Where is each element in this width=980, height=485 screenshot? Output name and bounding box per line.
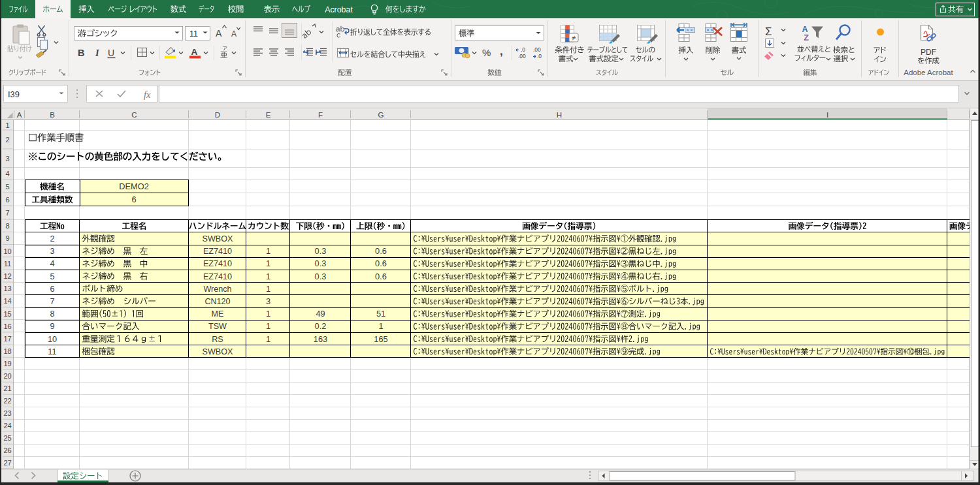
svg-text:G: G xyxy=(378,111,384,119)
svg-text:F: F xyxy=(318,111,323,119)
svg-text:12: 12 xyxy=(3,272,11,280)
svg-text:EZ7410: EZ7410 xyxy=(203,272,232,281)
svg-text:≠: ≠ xyxy=(572,34,576,42)
svg-text:0.3: 0.3 xyxy=(315,272,327,281)
svg-text:H: H xyxy=(557,111,562,119)
svg-text:6: 6 xyxy=(50,284,54,294)
svg-text:RS: RS xyxy=(212,335,223,344)
svg-text:20: 20 xyxy=(3,372,11,380)
svg-text:9: 9 xyxy=(5,234,9,242)
svg-text:A: A xyxy=(191,47,198,57)
svg-text:DEMO2: DEMO2 xyxy=(119,181,149,191)
svg-text:ME: ME xyxy=(212,309,224,319)
svg-text:8: 8 xyxy=(5,222,9,230)
svg-text:1: 1 xyxy=(266,258,270,268)
svg-text:2: 2 xyxy=(5,136,9,144)
svg-text:EZ7410: EZ7410 xyxy=(203,247,232,256)
svg-text:16: 16 xyxy=(3,322,11,330)
svg-text:165: 165 xyxy=(374,334,387,344)
svg-text:15: 15 xyxy=(3,310,11,318)
svg-text:.00: .00 xyxy=(533,46,541,53)
svg-text:E: E xyxy=(266,111,271,119)
svg-text:0.6: 0.6 xyxy=(375,272,387,281)
svg-text:19: 19 xyxy=(3,360,11,368)
svg-text:0.3: 0.3 xyxy=(315,258,327,268)
svg-text:18: 18 xyxy=(3,347,11,355)
svg-text:I39: I39 xyxy=(8,89,20,99)
svg-text:4: 4 xyxy=(5,170,9,178)
svg-text:1: 1 xyxy=(266,309,270,319)
svg-text:3: 3 xyxy=(266,296,270,306)
svg-text:1: 1 xyxy=(266,321,270,331)
svg-text:7: 7 xyxy=(50,296,54,306)
svg-text:10: 10 xyxy=(3,247,11,255)
svg-text:A: A xyxy=(17,111,22,119)
svg-text:1: 1 xyxy=(5,121,9,129)
svg-text:Z: Z xyxy=(804,33,809,42)
svg-text:11: 11 xyxy=(48,347,56,356)
svg-text:CN120: CN120 xyxy=(204,297,230,306)
svg-text:21: 21 xyxy=(3,384,11,392)
svg-text:TSW: TSW xyxy=(208,322,227,331)
svg-text:D: D xyxy=(215,111,220,119)
svg-text:PDF: PDF xyxy=(921,48,936,57)
svg-text:5: 5 xyxy=(5,183,9,191)
svg-text:10: 10 xyxy=(48,334,57,344)
svg-text:0.6: 0.6 xyxy=(375,246,387,256)
svg-text:8: 8 xyxy=(50,309,54,319)
svg-text:U: U xyxy=(108,48,114,58)
svg-text:9: 9 xyxy=(50,321,54,331)
svg-text:27: 27 xyxy=(3,459,11,467)
svg-text:25: 25 xyxy=(3,434,11,442)
svg-text:1: 1 xyxy=(378,321,383,331)
svg-text:.0: .0 xyxy=(537,53,542,59)
svg-text:0.6: 0.6 xyxy=(375,258,387,268)
svg-text:1: 1 xyxy=(266,246,270,256)
svg-text:EZ7410: EZ7410 xyxy=(203,259,232,268)
svg-text:%: % xyxy=(482,47,491,58)
svg-text:0.3: 0.3 xyxy=(315,246,327,256)
svg-text:24: 24 xyxy=(3,422,11,430)
svg-text:B: B xyxy=(78,48,84,58)
svg-text:Wrench: Wrench xyxy=(203,285,231,294)
svg-text:6: 6 xyxy=(5,196,9,204)
svg-text:0.2: 0.2 xyxy=(315,321,327,331)
svg-text:23: 23 xyxy=(3,409,11,417)
svg-text:22: 22 xyxy=(3,397,11,405)
svg-text:Acrobat: Acrobat xyxy=(325,5,353,14)
svg-text:fx: fx xyxy=(144,89,151,100)
svg-text:SWBOX: SWBOX xyxy=(203,347,233,356)
svg-text:.00: .00 xyxy=(518,53,526,59)
svg-text:1: 1 xyxy=(266,272,270,281)
svg-text:7: 7 xyxy=(5,209,9,217)
svg-text:163: 163 xyxy=(314,334,327,344)
svg-text:1: 1 xyxy=(266,284,270,294)
svg-text:3: 3 xyxy=(5,155,9,163)
svg-text:Adobe Acrobat: Adobe Acrobat xyxy=(904,69,953,76)
svg-text:Σ: Σ xyxy=(765,25,772,38)
svg-text:,: , xyxy=(500,45,503,57)
svg-text:A: A xyxy=(231,29,237,39)
svg-text:1: 1 xyxy=(266,334,270,344)
svg-text:SWBOX: SWBOX xyxy=(203,234,233,243)
svg-text:3: 3 xyxy=(50,246,54,256)
svg-text:11: 11 xyxy=(4,260,11,268)
svg-text:11: 11 xyxy=(189,29,198,39)
svg-text:B: B xyxy=(50,111,55,119)
svg-text:A: A xyxy=(216,28,222,39)
svg-text:I: I xyxy=(826,111,828,119)
svg-text:A: A xyxy=(802,25,808,34)
svg-text:2: 2 xyxy=(50,234,54,243)
svg-text:26: 26 xyxy=(3,446,11,454)
svg-text:13: 13 xyxy=(3,285,11,292)
svg-text:4: 4 xyxy=(50,258,54,268)
svg-text:49: 49 xyxy=(316,309,325,319)
svg-text:51: 51 xyxy=(376,309,385,319)
svg-text:C: C xyxy=(131,111,137,119)
svg-text:.0: .0 xyxy=(521,46,525,53)
svg-text:17: 17 xyxy=(3,335,11,343)
svg-text:5: 5 xyxy=(50,272,54,281)
svg-text:6: 6 xyxy=(131,195,136,204)
svg-text:14: 14 xyxy=(3,297,11,305)
